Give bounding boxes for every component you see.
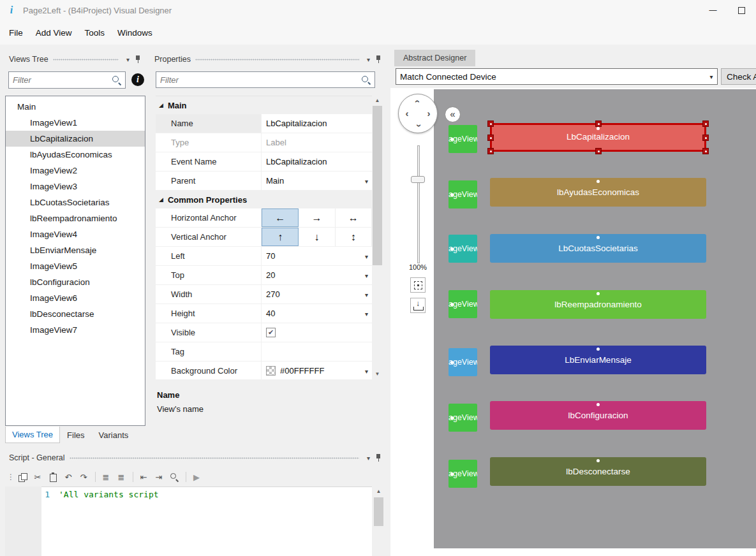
tree-item-lbcuotassocietarias[interactable]: LbCuotasSocietarias [6, 194, 145, 210]
canvas-label-lbconfiguracion[interactable]: lbConfiguracion [490, 401, 706, 430]
anchor-both-vertical-button[interactable]: ↕ [336, 228, 372, 246]
panel-menu-button[interactable]: ▾ [364, 455, 373, 462]
undo-button[interactable]: ↶ [61, 470, 75, 484]
resize-handle[interactable] [487, 135, 494, 141]
pin-icon[interactable] [375, 55, 382, 64]
tab-files[interactable]: Files [60, 427, 91, 443]
canvas-label-lbreempadronamiento[interactable]: lbReempadronamiento [490, 290, 706, 319]
name-value-field[interactable]: LbCapitalizacion [262, 114, 372, 133]
tree-item-imageview3[interactable]: ImageView3 [6, 179, 145, 194]
background-color-field[interactable]: #00FFFFFF ▾ [262, 362, 372, 379]
outdent-button[interactable]: ⇤ [137, 470, 151, 484]
device-selector-dropdown[interactable]: Match Connected Device ▾ [396, 68, 718, 85]
zoom-slider[interactable] [410, 145, 426, 263]
pan-left-icon[interactable]: ‹ [403, 109, 411, 118]
minimize-button[interactable]: — [699, 0, 727, 20]
collapse-sidebar-button[interactable]: « [445, 106, 461, 122]
tree-item-lbenviarmensaje[interactable]: LbEnviarMensaje [6, 242, 145, 258]
section-common-properties[interactable]: ◢ Common Properties [156, 191, 372, 208]
tree-item-lbdesconectarse[interactable]: lbDesconectarse [6, 306, 145, 322]
menu-file[interactable]: File [3, 26, 29, 40]
canvas-imageview7[interactable]: ageView [448, 460, 477, 488]
menu-tools[interactable]: Tools [78, 26, 112, 40]
menu-windows[interactable]: Windows [111, 26, 159, 40]
properties-scrollbar[interactable]: ▲ ▼ [372, 96, 383, 379]
maximize-button[interactable] [727, 0, 756, 20]
scrollbar-thumb[interactable] [373, 106, 382, 265]
tree-item-lbreempadronamiento[interactable]: lbReempadronamiento [6, 210, 145, 226]
tree-item-main[interactable]: Main [6, 99, 145, 115]
chevron-down-icon[interactable]: ▾ [365, 272, 368, 279]
zoom-slider-thumb[interactable] [411, 176, 425, 183]
resize-handle[interactable] [702, 135, 709, 141]
tree-item-lbcapitalizacion[interactable]: LbCapitalizacion [6, 131, 145, 147]
comment-button[interactable]: ≣ [99, 470, 113, 484]
canvas-imageview4[interactable]: ageView [448, 290, 477, 318]
canvas-label-lbcuotassocietarias[interactable]: LbCuotasSocietarias [490, 234, 706, 263]
uncomment-button[interactable]: ≣ [114, 470, 128, 484]
chevron-down-icon[interactable]: ▾ [365, 291, 368, 298]
code-text[interactable]: 'All variants script [59, 490, 159, 499]
apply-to-device-button[interactable]: ↓ [410, 298, 426, 313]
tree-item-imageview2[interactable]: ImageView2 [6, 163, 145, 179]
check-anchors-button[interactable]: Check A [721, 68, 756, 85]
canvas-label-lbayudaseconomicas[interactable]: lbAyudasEconomicas [490, 178, 706, 207]
tab-variants[interactable]: Variants [92, 427, 136, 443]
pan-up-icon[interactable]: ‹ [413, 97, 422, 106]
scroll-down-icon[interactable]: ▼ [372, 369, 383, 379]
anchor-right-button[interactable]: → [299, 208, 335, 227]
canvas-imageview6[interactable]: ageView [448, 404, 477, 432]
height-value-field[interactable]: 40 ▾ [262, 304, 372, 323]
tree-item-lbayudaseconomicas[interactable]: lbAyudasEconomicas [6, 147, 145, 163]
resize-handle[interactable] [595, 121, 602, 127]
chevron-down-icon[interactable]: ▾ [365, 252, 368, 260]
paste-button[interactable] [46, 470, 60, 484]
anchor-bottom-button[interactable]: ↓ [299, 228, 335, 246]
fit-to-view-button[interactable] [410, 277, 426, 293]
scrollbar-thumb[interactable] [374, 497, 383, 526]
copy-button[interactable] [15, 470, 29, 484]
event-name-value-field[interactable]: LbCapitalizacion [262, 152, 372, 171]
section-main[interactable]: ◢ Main [156, 96, 372, 114]
top-value-field[interactable]: 20 ▾ [262, 266, 372, 284]
script-scrollbar[interactable]: ▲ [373, 486, 384, 556]
canvas-label-lbcapitalizacion[interactable]: LbCapitalizacion [490, 123, 706, 152]
anchor-top-button[interactable]: ↑ [262, 228, 299, 246]
resize-handle[interactable] [487, 121, 494, 127]
redo-button[interactable]: ↷ [77, 470, 91, 484]
views-tree-filter-input[interactable] [9, 75, 112, 85]
zoom-slider-track[interactable] [417, 145, 420, 263]
info-icon[interactable]: i [131, 73, 144, 86]
left-value-field[interactable]: 70 ▾ [262, 247, 372, 265]
indent-button[interactable]: ⇥ [152, 470, 166, 484]
anchor-both-horizontal-button[interactable]: ↔ [336, 208, 372, 227]
canvas-imageview2[interactable]: ageView [448, 180, 477, 208]
pan-navigation-pad[interactable]: ‹ › ‹ ‹ [398, 94, 438, 133]
tree-item-lbconfiguracion[interactable]: lbConfiguracion [6, 274, 145, 290]
tree-item-imageview1[interactable]: ImageView1 [6, 115, 145, 131]
scroll-up-icon[interactable]: ▲ [373, 486, 384, 497]
chevron-down-icon[interactable]: ▾ [365, 367, 368, 374]
panel-menu-button[interactable]: ▾ [123, 56, 133, 63]
canvas-imageview5[interactable]: ageView [448, 348, 477, 376]
design-canvas[interactable]: ageView ageView ageView ageView ageView … [434, 89, 756, 548]
canvas-imageview1[interactable]: ageView [448, 125, 477, 153]
resize-handle[interactable] [702, 148, 709, 154]
pin-icon[interactable] [135, 55, 142, 64]
resize-handle[interactable] [487, 148, 494, 154]
tab-abstract-designer[interactable]: Abstract Designer [394, 50, 475, 66]
tab-views-tree[interactable]: Views Tree [5, 427, 60, 443]
tree-item-imageview7[interactable]: ImageView7 [6, 322, 145, 338]
scroll-up-icon[interactable]: ▲ [372, 96, 383, 106]
run-script-button[interactable]: ▶ [189, 470, 204, 484]
cut-button[interactable]: ✂ [31, 470, 45, 484]
script-editor[interactable]: 1 'All variants script ▲ [5, 486, 386, 556]
resize-handle[interactable] [595, 148, 602, 154]
anchor-left-button[interactable]: ← [262, 208, 299, 227]
canvas-label-lbdesconectarse[interactable]: lbDesconectarse [490, 457, 706, 486]
resize-handle[interactable] [702, 121, 709, 127]
width-value-field[interactable]: 270 ▾ [262, 285, 372, 304]
pin-icon[interactable] [375, 454, 382, 462]
tag-value-field[interactable] [262, 342, 372, 361]
canvas-imageview3[interactable]: ageView [448, 235, 477, 263]
